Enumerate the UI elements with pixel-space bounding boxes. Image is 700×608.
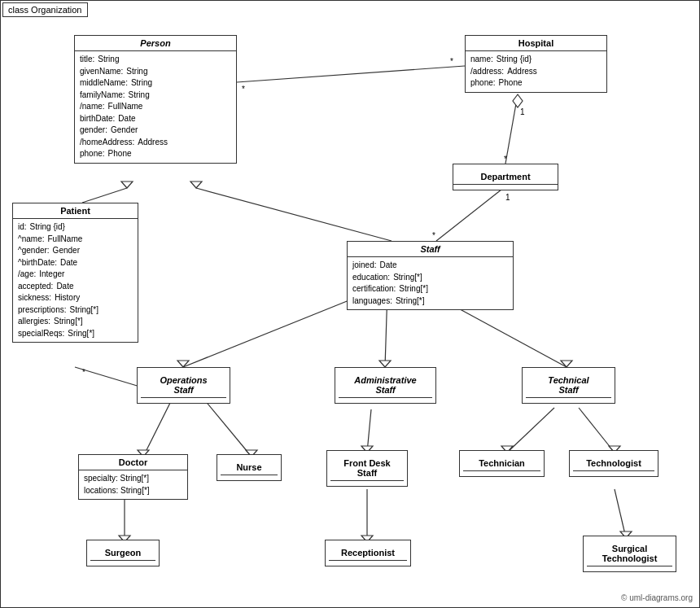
svg-text:*: * (432, 231, 435, 240)
class-front-desk-staff-title: Front DeskStaff (330, 456, 404, 481)
class-doctor-title: Doctor (79, 455, 187, 470)
svg-text:*: * (450, 57, 453, 66)
class-hospital-attrs: name:String {id} /address:Address phone:… (466, 51, 606, 92)
class-department: Department (453, 164, 558, 190)
class-surgeon-title: Surgeon (90, 545, 155, 561)
class-staff: Staff joined:Date education:String[*] ce… (347, 241, 514, 310)
diagram-container: class Organization * * 1 * 1 * * * (0, 0, 700, 608)
class-surgeon: Surgeon (86, 540, 160, 566)
svg-line-27 (367, 409, 371, 453)
class-administrative-staff: AdministrativeStaff (335, 367, 436, 404)
class-technologist-title: Technologist (573, 456, 654, 471)
class-department-title: Department (453, 169, 558, 185)
copyright: © uml-diagrams.org (621, 593, 693, 602)
class-operations-staff: OperationsStaff (137, 367, 230, 404)
svg-marker-22 (561, 361, 572, 367)
svg-line-37 (615, 489, 626, 538)
svg-line-3 (505, 94, 518, 164)
svg-text:*: * (242, 85, 245, 94)
class-staff-attrs: joined:Date education:String[*] certific… (348, 257, 513, 309)
svg-marker-20 (379, 361, 391, 367)
class-person-attrs: title:String givenName:String middleName… (75, 51, 236, 163)
class-technical-staff: TechnicalStaff (522, 367, 615, 404)
svg-marker-18 (177, 361, 189, 367)
class-receptionist-title: Receptionist (329, 545, 407, 561)
svg-line-29 (507, 408, 554, 453)
svg-line-10 (82, 188, 127, 203)
class-technical-staff-title: TechnicalStaff (526, 373, 611, 398)
diagram-title: class Organization (2, 2, 88, 17)
svg-line-31 (579, 408, 615, 453)
class-person: Person title:String givenName:String mid… (74, 35, 237, 164)
svg-marker-11 (121, 182, 133, 188)
class-nurse-title: Nurse (221, 460, 278, 475)
class-surgical-technologist: SurgicalTechnologist (583, 536, 676, 572)
svg-line-23 (143, 400, 172, 457)
class-doctor-attrs: specialty: String[*] locations: String[*… (79, 470, 187, 499)
svg-line-0 (237, 66, 465, 82)
class-technician-title: Technician (463, 456, 540, 471)
class-patient-title: Patient (13, 203, 138, 219)
svg-text:*: * (82, 368, 85, 377)
class-receptionist: Receptionist (325, 540, 411, 566)
class-hospital: Hospital name:String {id} /address:Addre… (465, 35, 607, 93)
class-operations-staff-title: OperationsStaff (141, 373, 226, 398)
svg-line-12 (196, 188, 392, 241)
svg-text:*: * (504, 155, 507, 164)
class-doctor: Doctor specialty: String[*] locations: S… (78, 454, 188, 500)
svg-line-25 (204, 400, 252, 457)
class-person-title: Person (75, 36, 236, 51)
class-surgical-technologist-title: SurgicalTechnologist (587, 541, 672, 566)
class-front-desk-staff: Front DeskStaff (326, 450, 408, 487)
svg-marker-13 (190, 182, 202, 188)
class-staff-title: Staff (348, 242, 513, 257)
class-patient: Patient id:String {id} ^name:FullName ^g… (12, 203, 138, 343)
class-administrative-staff-title: AdministrativeStaff (339, 373, 432, 398)
svg-marker-4 (513, 94, 523, 107)
class-patient-attrs: id:String {id} ^name:FullName ^gender:Ge… (13, 219, 138, 342)
class-technician: Technician (459, 450, 545, 477)
class-hospital-title: Hospital (466, 36, 606, 51)
svg-text:1: 1 (520, 107, 525, 116)
class-technologist: Technologist (569, 450, 658, 477)
svg-line-7 (436, 186, 505, 241)
svg-text:1: 1 (505, 193, 510, 202)
class-nurse: Nurse (217, 454, 282, 481)
